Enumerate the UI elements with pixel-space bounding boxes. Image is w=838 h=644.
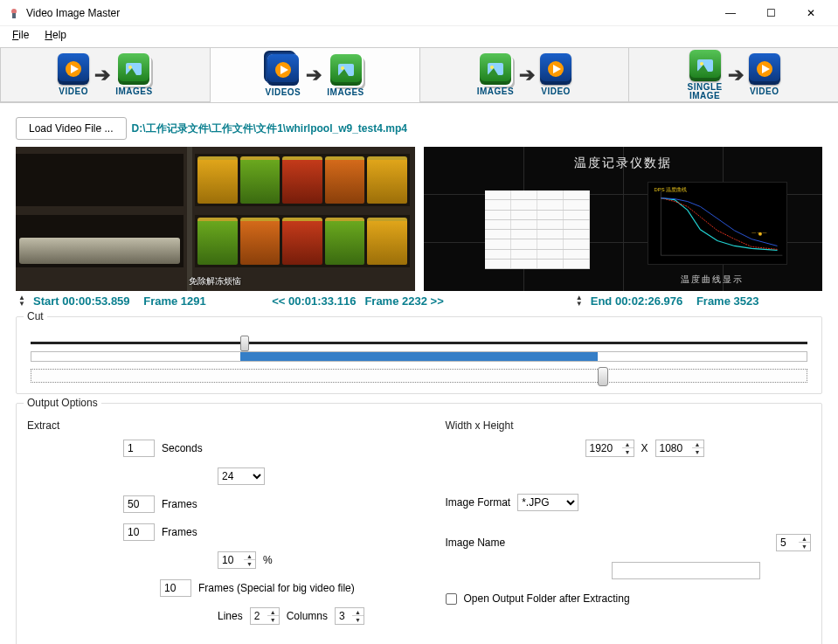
end-frame-label: Frame 3523: [696, 294, 759, 308]
svg-point-18: [700, 62, 703, 66]
cut-range-bar: [31, 351, 807, 362]
percent-input[interactable]: [218, 551, 244, 569]
cut-start-slider[interactable]: [31, 342, 807, 344]
end-time-label: End 00:02:26.976: [591, 294, 683, 308]
wh-label: Width x Height: [446, 419, 812, 432]
load-video-button[interactable]: Load Video File ...: [16, 117, 127, 140]
open-folder-checkbox[interactable]: [446, 593, 457, 605]
window-title: Video Image Master: [26, 7, 120, 19]
frames1-label: Frames: [162, 498, 197, 510]
images-icon: [480, 53, 511, 85]
images-icon: [330, 54, 362, 86]
image-name-field[interactable]: [612, 562, 760, 579]
name-number-input[interactable]: [776, 534, 799, 551]
svg-point-10: [341, 66, 344, 70]
extract-label: Extract: [27, 419, 393, 432]
svg-rect-1: [12, 13, 16, 18]
videos-icon: [267, 54, 299, 86]
video-icon: [749, 53, 780, 85]
width-stepper[interactable]: ▲▼: [622, 440, 634, 457]
center-time-prev[interactable]: << 00:01:33.116: [272, 294, 356, 308]
svg-text:DPS 温度曲线: DPS 温度曲线: [654, 186, 688, 192]
arrow-icon: ➔: [94, 64, 110, 87]
menu-help[interactable]: Help: [38, 28, 73, 42]
app-icon: [7, 6, 21, 20]
svg-point-5: [128, 66, 132, 69]
x-label: X: [641, 442, 648, 454]
lines-input[interactable]: [250, 607, 267, 625]
svg-text:— — —: — — —: [751, 231, 766, 235]
columns-stepper[interactable]: ▲▼: [352, 607, 364, 625]
output-options-group: Output Options Extract Seconds 24 Frames…: [16, 403, 822, 644]
lines-label: Lines: [218, 610, 243, 622]
svg-point-13: [490, 66, 494, 69]
arrow-icon: ➔: [306, 64, 322, 87]
images-icon: [118, 53, 149, 85]
arrow-icon: ➔: [519, 64, 535, 87]
frames1-input[interactable]: [123, 495, 155, 513]
tab-single-image-to-video[interactable]: SINGLE IMAGE ➔ VIDEO: [628, 47, 838, 102]
fps-select[interactable]: 24: [218, 467, 265, 485]
frames2-input[interactable]: [123, 523, 155, 541]
end-frame-preview: 温度记录仪数据 DPS 温度曲线: [424, 147, 823, 291]
preview2-chart: DPS 温度曲线 — — —: [648, 182, 787, 265]
tab-video-to-images[interactable]: VIDEO ➔ IMAGES: [0, 47, 211, 102]
start-time-stepper[interactable]: ▲▼: [16, 295, 28, 307]
image-format-label: Image Format: [446, 496, 511, 509]
columns-input[interactable]: [335, 607, 352, 625]
output-legend: Output Options: [24, 397, 101, 409]
video-icon: [58, 53, 89, 85]
start-time-label: Start 00:00:53.859: [33, 294, 130, 308]
video-icon: [540, 53, 571, 85]
end-time-stepper[interactable]: ▲▼: [573, 295, 585, 307]
cut-end-slider[interactable]: [31, 369, 807, 383]
height-input[interactable]: [655, 440, 692, 457]
minimize-button[interactable]: —: [710, 0, 751, 26]
single-image-icon: [689, 50, 721, 81]
menubar: File Help: [0, 26, 838, 44]
columns-label: Columns: [287, 610, 328, 622]
preview2-title: 温度记录仪数据: [574, 156, 672, 171]
menu-file[interactable]: File: [5, 28, 36, 42]
preview2-subtitle: 温度曲线显示: [681, 274, 744, 286]
preview2-table: [485, 190, 590, 269]
tabstrip: VIDEO ➔ IMAGES VIDEOS ➔ IMAGES IMAGES ➔ …: [0, 47, 838, 103]
start-frame-label: Frame 1291: [143, 294, 206, 308]
tab-images-to-video[interactable]: IMAGES ➔ VIDEO: [419, 47, 630, 102]
maximize-button[interactable]: ☐: [751, 0, 791, 26]
seconds-input[interactable]: [123, 440, 155, 457]
tab-videos-to-images[interactable]: VIDEOS ➔ IMAGES: [210, 47, 420, 102]
lines-stepper[interactable]: ▲▼: [267, 607, 280, 625]
width-input[interactable]: [585, 440, 622, 457]
image-format-select[interactable]: *.JPG: [517, 494, 578, 511]
start-frame-preview: 免除解冻烦恼: [16, 147, 415, 291]
arrow-icon: ➔: [728, 64, 744, 87]
center-frame-next[interactable]: Frame 2232 >>: [364, 294, 443, 308]
name-number-stepper[interactable]: ▲▼: [799, 534, 811, 551]
cut-legend: Cut: [24, 310, 47, 322]
special-frames-input[interactable]: [160, 579, 191, 597]
height-stepper[interactable]: ▲▼: [692, 440, 704, 457]
special-frames-label: Frames (Special for big video file): [198, 582, 355, 594]
open-folder-label: Open Output Folder after Extracting: [464, 592, 630, 605]
percent-stepper[interactable]: ▲▼: [244, 551, 256, 569]
close-button[interactable]: ✕: [791, 0, 831, 26]
seconds-label: Seconds: [162, 442, 203, 454]
cut-group: Cut: [16, 316, 822, 394]
percent-label: %: [263, 554, 273, 566]
loaded-filepath: D:\工作记录文件\工作文件\文件1\whirlpool_w9_test4.mp…: [132, 121, 407, 136]
image-name-label: Image Name: [446, 537, 506, 549]
titlebar: Video Image Master — ☐ ✕: [0, 0, 838, 26]
frames2-label: Frames: [162, 526, 197, 538]
preview1-caption: 免除解冻烦恼: [16, 275, 415, 287]
